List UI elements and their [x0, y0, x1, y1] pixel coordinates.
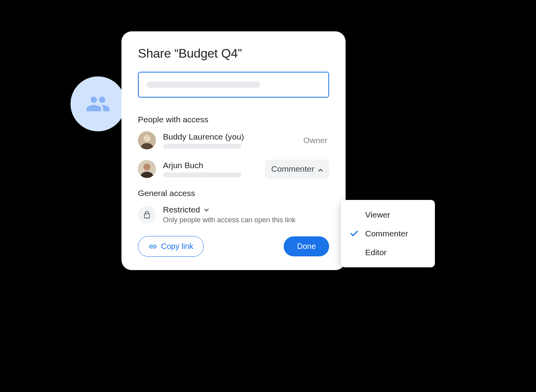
- role-dropdown-label: Commenter: [271, 164, 314, 174]
- link-icon: [148, 242, 157, 251]
- person-email-placeholder: [163, 172, 241, 177]
- person-email-placeholder: [163, 144, 241, 149]
- role-menu-item-editor[interactable]: Editor: [341, 243, 435, 262]
- role-menu: Viewer Commenter Editor: [341, 200, 435, 267]
- done-label: Done: [297, 242, 316, 250]
- role-menu-label: Viewer: [365, 210, 390, 220]
- people-with-access-heading: People with access: [138, 115, 329, 124]
- general-access-row: Restricted Only people with access can o…: [138, 205, 329, 224]
- person-info: Arjun Buch: [163, 161, 265, 177]
- decorative-people-circle: [71, 76, 125, 131]
- person-row: Arjun Buch Commenter: [138, 160, 329, 178]
- role-owner-label: Owner: [303, 136, 328, 145]
- person-row: Buddy Laurence (you) Owner: [138, 131, 329, 149]
- dialog-title: Share “Budget Q4”: [138, 46, 329, 61]
- avatar: [138, 160, 156, 178]
- people-icon: [85, 91, 110, 116]
- check-icon: [349, 229, 360, 238]
- person-name: Buddy Laurence (you): [163, 132, 303, 142]
- person-name: Arjun Buch: [163, 161, 265, 170]
- role-menu-item-commenter[interactable]: Commenter: [341, 224, 435, 243]
- role-dropdown[interactable]: Commenter: [265, 160, 329, 178]
- role-menu-label: Editor: [365, 248, 387, 257]
- done-button[interactable]: Done: [284, 236, 329, 256]
- avatar: [138, 131, 156, 149]
- role-menu-label: Commenter: [365, 229, 408, 238]
- general-access-dropdown[interactable]: Restricted: [163, 205, 329, 214]
- caret-down-icon: [204, 206, 209, 213]
- general-access-description: Only people with access can open this li…: [163, 216, 329, 224]
- lock-icon: [143, 211, 151, 219]
- svg-point-4: [143, 163, 150, 171]
- caret-up-icon: [318, 164, 323, 174]
- copy-link-button[interactable]: Copy link: [138, 236, 204, 257]
- lock-icon-circle: [138, 206, 156, 224]
- person-info: Buddy Laurence (you): [163, 132, 303, 149]
- general-access-title: Restricted: [163, 205, 200, 214]
- share-dialog: Share “Budget Q4” People with access Bud…: [121, 31, 346, 270]
- svg-point-1: [143, 135, 150, 142]
- general-access-heading: General access: [138, 189, 329, 198]
- input-placeholder-bar: [147, 82, 260, 88]
- add-people-input[interactable]: [138, 72, 329, 98]
- role-menu-item-viewer[interactable]: Viewer: [341, 205, 435, 224]
- copy-link-label: Copy link: [161, 242, 193, 251]
